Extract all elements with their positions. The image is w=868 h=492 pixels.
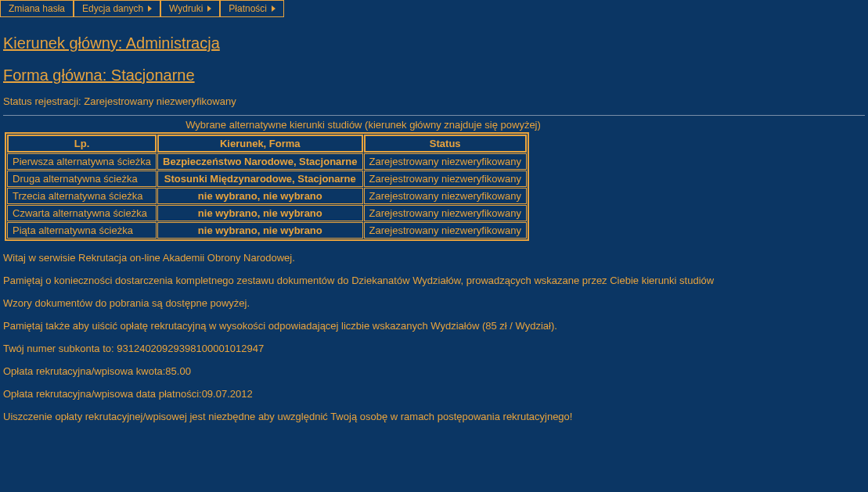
cell-status: Zarejestrowany niezweryfikowany xyxy=(364,188,527,204)
fee-reminder: Pamiętaj także aby uiścić opłatę rekruta… xyxy=(3,320,865,332)
menu-wydruki[interactable]: Wydruki xyxy=(160,0,220,17)
arrow-right-icon xyxy=(272,5,276,12)
menu-label: Płatności xyxy=(229,3,267,14)
cell-status: Zarejestrowany niezweryfikowany xyxy=(364,205,527,221)
table-row: Druga alternatywna ścieżka Stosunki Międ… xyxy=(7,171,527,187)
cell-status: Zarejestrowany niezweryfikowany xyxy=(364,171,527,187)
cell-lp: Piąta alternatywna ścieżka xyxy=(7,222,157,239)
page-content: Kierunek główny: Administracja Forma głó… xyxy=(0,17,868,443)
menu-zmiana-hasla[interactable]: Zmiana hasła xyxy=(0,0,74,17)
table-row: Pierwsza alternatywna ścieżka Bezpieczeń… xyxy=(7,153,527,170)
table-header-row: Lp. Kierunek, Forma Status xyxy=(7,135,527,153)
cell-lp: Pierwsza alternatywna ścieżka xyxy=(7,153,157,170)
col-status: Status xyxy=(364,135,527,153)
separator xyxy=(3,115,865,116)
heading-kierunek-glowny: Kierunek główny: Administracja xyxy=(3,34,865,52)
arrow-right-icon xyxy=(207,5,211,12)
heading-forma-glowna: Forma główna: Stacjonarne xyxy=(3,66,865,84)
cell-lp: Czwarta alternatywna ścieżka xyxy=(7,205,157,221)
cell-lp: Trzecia alternatywna ścieżka xyxy=(7,188,157,204)
menu-platnosci[interactable]: Płatności xyxy=(220,0,284,17)
fee-date: Opłata rekrutacyjna/wpisowa data płatnoś… xyxy=(3,388,865,400)
cell-kierunek-forma: nie wybrano, nie wybrano xyxy=(157,222,363,239)
menu-label: Wydruki xyxy=(169,3,203,14)
fee-required-note: Uiszczenie opłaty rekrutacyjnej/wpisowej… xyxy=(3,411,865,422)
fee-amount: Opłata rekrutacyjna/wpisowa kwota:85.00 xyxy=(3,365,865,377)
cell-status: Zarejestrowany niezweryfikowany xyxy=(364,222,527,239)
cell-lp: Druga alternatywna ścieżka xyxy=(7,171,157,187)
cell-kierunek-forma: Stosunki Międzynarodowe, Stacjonarne xyxy=(157,171,363,187)
alternatives-table: Lp. Kierunek, Forma Status Pierwsza alte… xyxy=(5,132,529,241)
table-row: Piąta alternatywna ścieżka nie wybrano, … xyxy=(7,222,527,239)
table-row: Czwarta alternatywna ścieżka nie wybrano… xyxy=(7,205,527,221)
arrow-right-icon xyxy=(148,5,152,12)
menu-bar: Zmiana hasła Edycja danych Wydruki Płatn… xyxy=(0,0,868,17)
cell-kierunek-forma: Bezpieczeństwo Narodowe, Stacjonarne xyxy=(157,153,363,170)
status-rejestracji: Status rejestracji: Zarejestrowany niezw… xyxy=(3,95,865,107)
table-caption: Wybrane alternatywne kierunki studiów (k… xyxy=(3,119,629,131)
cell-kierunek-forma: nie wybrano, nie wybrano xyxy=(157,188,363,204)
col-kierunek-forma: Kierunek, Forma xyxy=(157,135,363,153)
templates-info: Wzory dokumentów do pobrania są dostępne… xyxy=(3,297,865,309)
cell-kierunek-forma: nie wybrano, nie wybrano xyxy=(157,205,363,221)
welcome-text: Witaj w serwisie Rekrutacja on-line Akad… xyxy=(3,252,865,264)
table-row: Trzecia alternatywna ścieżka nie wybrano… xyxy=(7,188,527,204)
cell-status: Zarejestrowany niezweryfikowany xyxy=(364,153,527,170)
subaccount-number: Twój numer subkonta to: 9312402092939810… xyxy=(3,343,865,354)
menu-label: Zmiana hasła xyxy=(9,3,65,14)
col-lp: Lp. xyxy=(7,135,157,153)
menu-edycja-danych[interactable]: Edycja danych xyxy=(74,0,160,17)
documents-reminder: Pamiętaj o konieczności dostarczenia kom… xyxy=(3,275,865,286)
menu-label: Edycja danych xyxy=(82,3,143,14)
